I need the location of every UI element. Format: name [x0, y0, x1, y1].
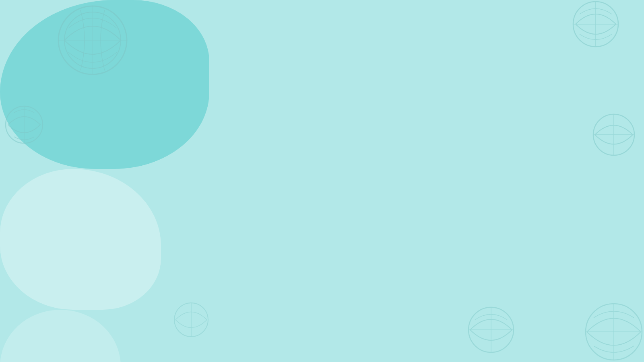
yarn-ball-right — [592, 113, 636, 157]
yarn-ball-topleft — [56, 4, 129, 76]
yarn-ball-left — [4, 105, 44, 145]
yarn-ball-bottomcorner — [584, 302, 644, 362]
yarn-ball-topright — [572, 0, 620, 48]
yarn-ball-bottom — [173, 302, 209, 338]
yarn-ball-bottomright — [467, 306, 515, 354]
